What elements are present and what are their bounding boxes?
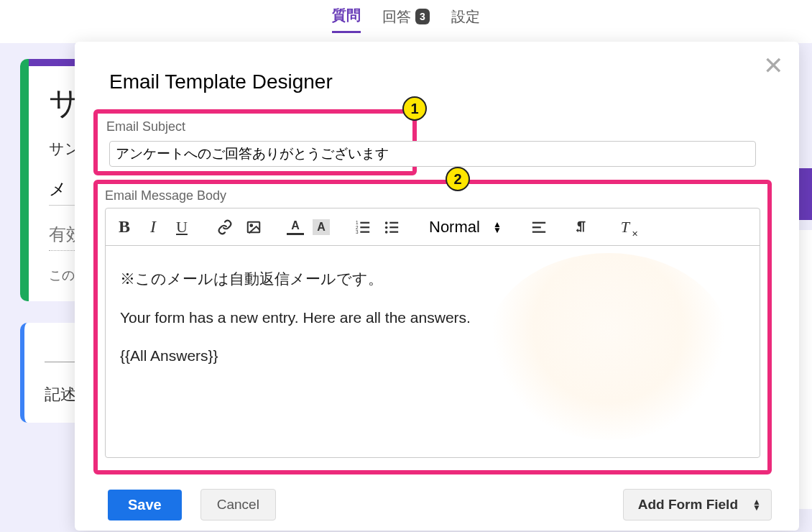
tab-questions[interactable]: 質問 (332, 6, 361, 33)
align-button[interactable] (529, 217, 549, 237)
svg-rect-14 (532, 221, 545, 223)
italic-button[interactable]: I (143, 217, 163, 237)
image-button[interactable] (244, 217, 264, 237)
modal-footer: Save Cancel Add Form Field ▲▼ (108, 489, 772, 520)
top-tabs: 質問 回答 3 設定 (0, 0, 812, 39)
body-line-2: Your form has a new entry. Here are all … (120, 306, 745, 329)
chevron-updown-icon: ▲▼ (493, 221, 502, 233)
clear-format-button[interactable]: T✕ (615, 217, 635, 237)
text-direction-button[interactable] (572, 217, 592, 237)
link-button[interactable] (215, 217, 235, 237)
tab-responses[interactable]: 回答 3 (382, 7, 430, 32)
svg-rect-11 (389, 221, 398, 223)
editor-content-area[interactable]: ※このメールは自動返信メールです。 Your form has a new en… (106, 246, 760, 457)
cancel-button[interactable]: Cancel (200, 489, 276, 520)
svg-rect-7 (360, 231, 369, 232)
body-line-3: {{All Answers}} (120, 344, 745, 367)
text-size-label: Normal (429, 218, 480, 237)
rich-text-editor: B I U A A 123 (105, 208, 760, 458)
email-subject-input[interactable] (109, 141, 756, 167)
chevron-updown-icon: ▲▼ (752, 499, 761, 510)
svg-rect-13 (389, 231, 398, 232)
email-body-label: Email Message Body (105, 188, 760, 203)
add-form-field-label: Add Form Field (638, 497, 738, 512)
svg-rect-5 (360, 221, 369, 223)
ordered-list-button[interactable]: 123 (353, 217, 373, 237)
text-color-button[interactable]: A (287, 219, 304, 235)
svg-rect-16 (532, 231, 545, 232)
svg-rect-6 (360, 226, 369, 228)
body-line-1: ※このメールは自動返信メールです。 (120, 267, 745, 290)
text-size-selector[interactable]: Normal ▲▼ (425, 216, 506, 238)
underline-button[interactable]: U (172, 217, 192, 237)
add-form-field-selector[interactable]: Add Form Field ▲▼ (623, 489, 772, 520)
bold-button[interactable]: B (114, 217, 134, 237)
email-body-section: Email Message Body B I U A A (93, 180, 772, 474)
tab-settings[interactable]: 設定 (451, 7, 480, 32)
modal-title: Email Template Designer (109, 70, 765, 93)
tab-responses-label: 回答 (382, 7, 411, 27)
svg-point-8 (385, 221, 388, 224)
highlight-color-button[interactable]: A (313, 219, 330, 235)
annotation-badge-2: 2 (446, 167, 470, 191)
svg-text:3: 3 (356, 229, 359, 234)
svg-point-10 (385, 231, 388, 234)
svg-rect-15 (532, 226, 541, 228)
save-button[interactable]: Save (108, 490, 182, 520)
svg-point-9 (385, 226, 388, 229)
svg-rect-12 (389, 226, 398, 228)
close-icon[interactable]: ✕ (763, 53, 783, 78)
unordered-list-button[interactable] (382, 217, 402, 237)
editor-toolbar: B I U A A 123 (106, 208, 760, 246)
svg-point-1 (250, 224, 252, 226)
email-subject-label: Email Subject (106, 119, 404, 134)
responses-count-badge: 3 (415, 9, 430, 24)
annotation-badge-1: 1 (402, 96, 427, 121)
